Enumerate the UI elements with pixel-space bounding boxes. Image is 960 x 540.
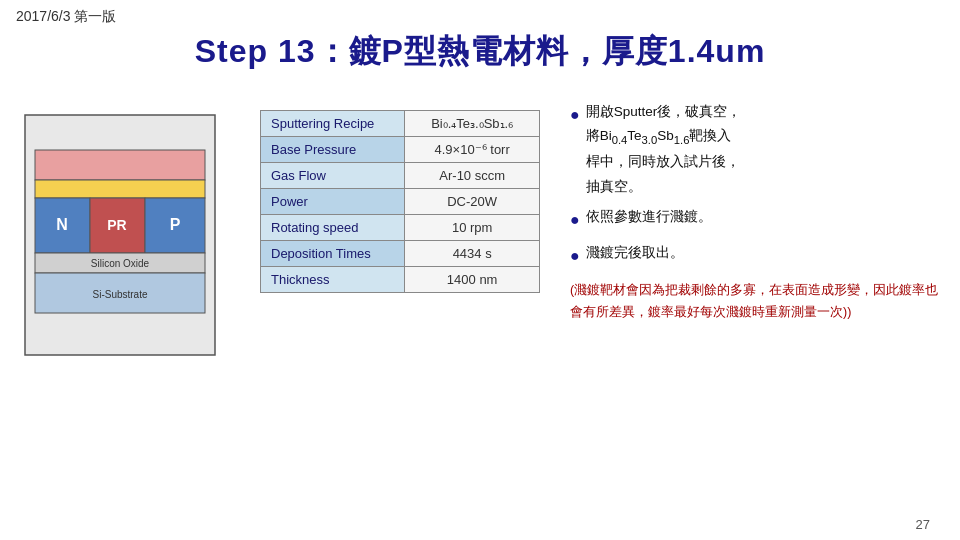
svg-rect-2	[35, 180, 205, 198]
table-cell-value: 4.9×10⁻⁶ torr	[405, 137, 540, 163]
sputtering-table-container: Sputtering RecipeBi₀.₄Te₃.₀Sb₁.₆Base Pre…	[260, 110, 540, 293]
table-cell-value: DC-20W	[405, 189, 540, 215]
table-row: Base Pressure4.9×10⁻⁶ torr	[261, 137, 540, 163]
content-area: N PR P Silicon Oxide Si-Substrate Sputte…	[0, 90, 960, 520]
table-row: PowerDC-20W	[261, 189, 540, 215]
sputtering-table: Sputtering RecipeBi₀.₄Te₃.₀Sb₁.₆Base Pre…	[260, 110, 540, 293]
bullet-item-2: ● 依照參數進行濺鍍。	[570, 205, 940, 235]
bullet-icon-2: ●	[570, 206, 580, 235]
table-row: Rotating speed10 rpm	[261, 215, 540, 241]
bullet-text-3: 濺鍍完後取出。	[586, 241, 684, 265]
table-cell-label: Deposition Times	[261, 241, 405, 267]
chip-diagram-container: N PR P Silicon Oxide Si-Substrate	[20, 110, 240, 430]
right-text-area: ● 開啟Sputter後，破真空，將Bi0.4Te3.0Sb1.6靶換入桿中，同…	[570, 100, 940, 323]
svg-text:P: P	[170, 216, 181, 233]
top-bar-text: 2017/6/3 第一版	[16, 8, 116, 26]
table-cell-value: Bi₀.₄Te₃.₀Sb₁.₆	[405, 111, 540, 137]
table-row: Gas FlowAr-10 sccm	[261, 163, 540, 189]
table-cell-label: Base Pressure	[261, 137, 405, 163]
table-cell-value: Ar-10 sccm	[405, 163, 540, 189]
svg-text:Silicon Oxide: Silicon Oxide	[91, 258, 150, 269]
bullet-text-2: 依照參數進行濺鍍。	[586, 205, 712, 229]
bullet-item-3: ● 濺鍍完後取出。	[570, 241, 940, 271]
table-row: Thickness1400 nm	[261, 267, 540, 293]
bullet-icon-3: ●	[570, 242, 580, 271]
page-number: 27	[916, 517, 930, 532]
chip-diagram-svg: N PR P Silicon Oxide Si-Substrate	[20, 110, 220, 380]
table-cell-value: 1400 nm	[405, 267, 540, 293]
table-cell-value: 4434 s	[405, 241, 540, 267]
svg-text:PR: PR	[107, 217, 126, 233]
bullet-item-1: ● 開啟Sputter後，破真空，將Bi0.4Te3.0Sb1.6靶換入桿中，同…	[570, 100, 940, 199]
svg-rect-1	[35, 150, 205, 180]
svg-text:Si-Substrate: Si-Substrate	[92, 289, 147, 300]
table-cell-label: Thickness	[261, 267, 405, 293]
bullet-icon-1: ●	[570, 101, 580, 130]
page-title: Step 13：鍍P型熱電材料，厚度1.4um	[195, 30, 766, 74]
table-cell-value: 10 rpm	[405, 215, 540, 241]
table-cell-label: Gas Flow	[261, 163, 405, 189]
note-text: (濺鍍靶材會因為把裁剩餘的多寡，在表面造成形變，因此鍍率也會有所差異，鍍率最好每…	[570, 280, 940, 323]
table-row: Sputtering RecipeBi₀.₄Te₃.₀Sb₁.₆	[261, 111, 540, 137]
table-cell-label: Power	[261, 189, 405, 215]
table-row: Deposition Times4434 s	[261, 241, 540, 267]
svg-text:N: N	[56, 216, 68, 233]
table-cell-label: Rotating speed	[261, 215, 405, 241]
bullet-text-1: 開啟Sputter後，破真空，將Bi0.4Te3.0Sb1.6靶換入桿中，同時放…	[586, 100, 742, 199]
table-cell-label: Sputtering Recipe	[261, 111, 405, 137]
